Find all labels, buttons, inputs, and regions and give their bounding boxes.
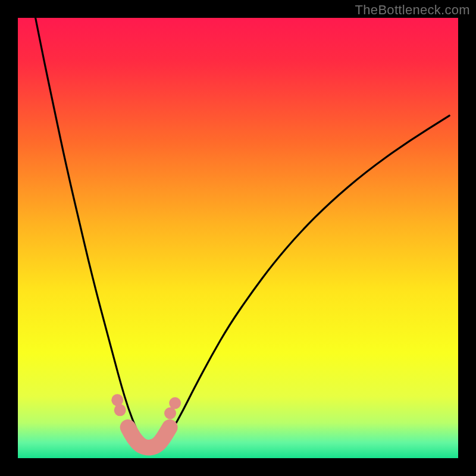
highlight-dot bbox=[164, 408, 176, 419]
highlight-dot bbox=[169, 397, 181, 409]
highlight-dot bbox=[114, 404, 126, 416]
chart-stage: TheBottleneck.com bbox=[0, 0, 476, 476]
highlight-dot bbox=[111, 394, 123, 406]
bottleneck-chart bbox=[0, 0, 476, 476]
watermark-label: TheBottleneck.com bbox=[355, 2, 470, 18]
